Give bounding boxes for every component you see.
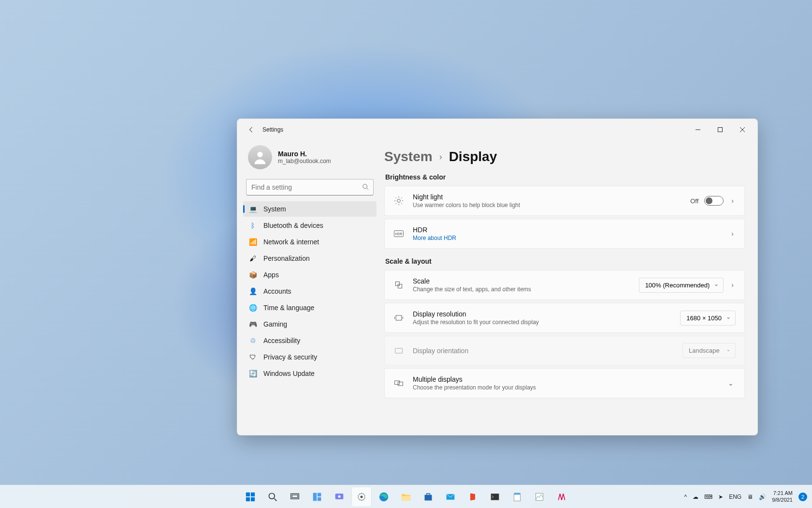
sidebar-item-accounts[interactable]: 👤Accounts bbox=[243, 284, 377, 299]
settings-window: Settings Mauro H. m_lab@outlook.com bbox=[237, 119, 758, 435]
svg-point-4 bbox=[257, 152, 262, 157]
resolution-icon bbox=[393, 313, 404, 323]
svg-point-39 bbox=[361, 495, 363, 498]
personalization-icon: 🖌 bbox=[249, 254, 257, 262]
hdr-row[interactable]: HDR HDR More about HDR › bbox=[384, 219, 745, 249]
maximize-button[interactable] bbox=[709, 122, 731, 137]
taskbar-store-app[interactable] bbox=[419, 487, 438, 507]
sidebar-item-windows-update[interactable]: 🔄Windows Update bbox=[243, 366, 377, 381]
card-title: Multiple displays bbox=[413, 375, 717, 383]
taskbar-clock[interactable]: 7:21 AM 9/8/2021 bbox=[772, 490, 793, 503]
search-icon bbox=[362, 183, 369, 192]
night-light-row[interactable]: Night light Use warmer colors to help bl… bbox=[384, 186, 745, 216]
chevron-right-icon[interactable]: › bbox=[729, 281, 736, 289]
sidebar-item-network[interactable]: 📶Network & internet bbox=[243, 234, 377, 250]
widgets-button[interactable] bbox=[307, 487, 327, 507]
taskbar-search-button[interactable] bbox=[263, 487, 282, 507]
svg-rect-1 bbox=[718, 128, 723, 132]
taskbar: ^ ☁ ⌨ ➤ ENG 🖥 🔊 7:21 AM 9/8/2021 2 bbox=[0, 485, 812, 508]
user-block[interactable]: Mauro H. m_lab@outlook.com bbox=[243, 142, 377, 177]
minimize-button[interactable] bbox=[687, 122, 709, 137]
taskbar-explorer-app[interactable] bbox=[396, 487, 416, 507]
scale-dropdown[interactable]: 100% (Recommended) bbox=[639, 278, 724, 293]
gaming-icon: 🎮 bbox=[249, 320, 257, 328]
hdr-icon: HDR bbox=[393, 230, 404, 237]
taskbar-terminal-app[interactable] bbox=[485, 487, 505, 507]
hdr-link[interactable]: More about HDR bbox=[413, 235, 721, 241]
chevron-down-icon[interactable]: ⌄ bbox=[726, 379, 736, 387]
apps-icon: 📦 bbox=[249, 271, 257, 279]
taskbar-app-generic-2[interactable] bbox=[552, 487, 571, 507]
taskbar-edge-app[interactable] bbox=[374, 487, 393, 507]
night-light-toggle[interactable] bbox=[704, 196, 724, 206]
card-desc: Adjust the resolution to fit your connec… bbox=[413, 319, 671, 326]
orientation-icon bbox=[393, 346, 404, 356]
volume-icon[interactable]: 🔊 bbox=[759, 493, 766, 500]
language-indicator[interactable]: ENG bbox=[729, 493, 741, 500]
sidebar-item-gaming[interactable]: 🎮Gaming bbox=[243, 316, 377, 332]
card-desc: Choose the presentation mode for your di… bbox=[413, 384, 717, 391]
svg-rect-19 bbox=[398, 284, 402, 288]
svg-line-12 bbox=[395, 197, 396, 198]
start-button[interactable] bbox=[241, 487, 260, 507]
accounts-icon: 👤 bbox=[249, 287, 257, 295]
sidebar-item-time-language[interactable]: 🌐Time & language bbox=[243, 300, 377, 315]
network-tray-icon[interactable]: 🖥 bbox=[747, 493, 753, 500]
card-title: HDR bbox=[413, 226, 721, 234]
taskbar-office-app[interactable] bbox=[463, 487, 482, 507]
svg-line-13 bbox=[401, 203, 402, 204]
breadcrumb-parent[interactable]: System bbox=[384, 149, 433, 164]
privacy-icon: 🛡 bbox=[249, 353, 257, 361]
content-pane: System › Display Brightness & color Nigh… bbox=[382, 140, 757, 435]
sidebar-item-privacy[interactable]: 🛡Privacy & security bbox=[243, 349, 377, 365]
sidebar-item-personalization[interactable]: 🖌Personalization bbox=[243, 251, 377, 266]
svg-point-30 bbox=[269, 493, 275, 499]
scale-row[interactable]: Scale Change the size of text, apps, and… bbox=[384, 270, 745, 300]
svg-rect-29 bbox=[251, 497, 255, 501]
location-icon[interactable]: ➤ bbox=[718, 493, 723, 500]
chevron-right-icon[interactable]: › bbox=[729, 197, 736, 205]
clock-time: 7:21 AM bbox=[772, 490, 793, 496]
onedrive-icon[interactable]: ☁ bbox=[693, 493, 698, 500]
svg-rect-47 bbox=[536, 493, 543, 500]
svg-rect-25 bbox=[398, 382, 403, 386]
svg-line-31 bbox=[274, 498, 276, 501]
notifications-badge[interactable]: 2 bbox=[798, 493, 807, 501]
search-input[interactable] bbox=[246, 179, 374, 195]
svg-point-5 bbox=[363, 184, 367, 189]
resolution-row[interactable]: Display resolution Adjust the resolution… bbox=[384, 303, 745, 333]
sidebar-item-label: Personalization bbox=[263, 254, 310, 262]
sidebar-item-apps[interactable]: 📦Apps bbox=[243, 267, 377, 283]
task-view-button[interactable] bbox=[285, 487, 304, 507]
time-language-icon: 🌐 bbox=[249, 304, 257, 312]
chat-button[interactable] bbox=[330, 487, 349, 507]
chevron-right-icon[interactable]: › bbox=[729, 230, 736, 238]
overflow-tray-icon[interactable]: ^ bbox=[684, 493, 687, 500]
orientation-row: Display orientation Landscape bbox=[384, 336, 745, 365]
taskbar-app-generic-1[interactable] bbox=[530, 487, 549, 507]
sidebar-item-label: Network & internet bbox=[263, 238, 319, 246]
toggle-state-label: Off bbox=[690, 197, 698, 205]
sidebar-item-label: Accounts bbox=[263, 287, 291, 295]
avatar bbox=[248, 145, 272, 169]
taskbar-mail-app[interactable] bbox=[441, 487, 460, 507]
svg-rect-45 bbox=[514, 494, 520, 501]
taskbar-notepad-app[interactable] bbox=[508, 487, 527, 507]
sidebar-item-system[interactable]: 💻System bbox=[243, 201, 377, 217]
user-email: m_lab@outlook.com bbox=[278, 158, 331, 164]
resolution-dropdown[interactable]: 812 × 508 bbox=[680, 311, 736, 326]
sidebar-item-bluetooth[interactable]: ᛒBluetooth & devices bbox=[243, 218, 377, 233]
system-icon: 💻 bbox=[249, 205, 257, 213]
sidebar-item-accessibility[interactable]: ♲Accessibility bbox=[243, 333, 377, 348]
keyboard-icon[interactable]: ⌨ bbox=[704, 493, 712, 500]
titlebar: Settings bbox=[237, 119, 757, 140]
back-button[interactable] bbox=[244, 122, 259, 137]
multiple-displays-row[interactable]: Multiple displays Choose the presentatio… bbox=[384, 368, 745, 398]
user-name: Mauro H. bbox=[278, 150, 331, 158]
taskbar-settings-app[interactable] bbox=[352, 487, 371, 507]
section-scale-title: Scale & layout bbox=[385, 257, 745, 265]
svg-rect-20 bbox=[396, 315, 402, 320]
sidebar-item-label: Accessibility bbox=[263, 337, 300, 344]
svg-rect-33 bbox=[292, 494, 298, 497]
close-button[interactable] bbox=[731, 122, 754, 137]
